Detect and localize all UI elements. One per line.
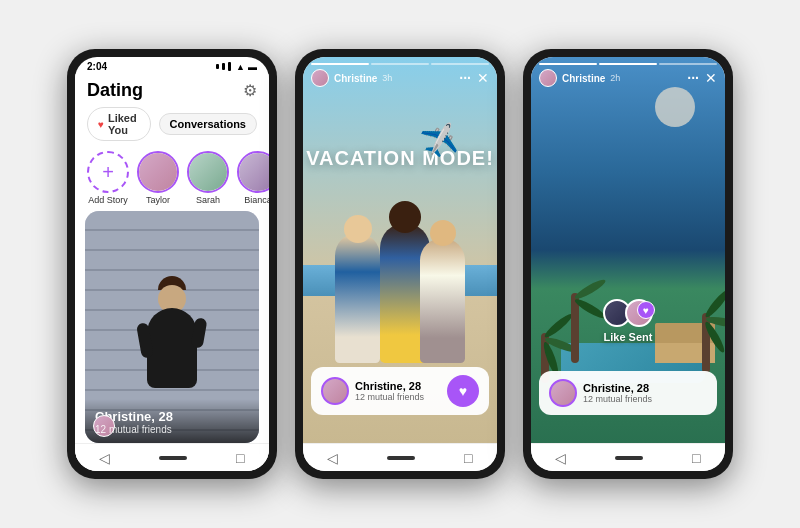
profile-name-resort: Christine, 28 [583, 382, 707, 394]
more-options-icon[interactable]: ··· [459, 70, 471, 86]
main-profile-card[interactable]: Christine, 28 12 mutual friends [85, 211, 259, 443]
story-user-row-resort: Christine 2h ··· ✕ [539, 69, 717, 87]
profile-info-resort: Christine, 28 12 mutual friends [583, 382, 707, 404]
progress-3 [431, 63, 489, 65]
story-top-bar-beach: Christine 3h ··· ✕ [303, 57, 497, 91]
time-display: 2:04 [87, 61, 107, 72]
story-add-label: Add Story [88, 195, 128, 205]
progress-seg-2 [599, 63, 657, 65]
story-avatar-resort [539, 69, 557, 87]
head-1 [344, 215, 372, 243]
heart-badge: ♥ [637, 301, 655, 319]
tabs-row: ♥ Liked You Conversations [75, 105, 269, 147]
story-add-item[interactable]: + Add Story [87, 151, 129, 205]
story-actions-resort: ··· ✕ [687, 70, 717, 86]
profile-mutual: 12 mutual friends [355, 392, 441, 402]
tab-conversations-label: Conversations [170, 118, 246, 130]
profile-info: Christine, 28 12 mutual friends [355, 380, 441, 402]
signal-icon-2 [222, 63, 225, 70]
story-circle-bianca [237, 151, 269, 193]
story-progress [311, 63, 489, 65]
progress-2 [371, 63, 429, 65]
story-actions: ··· ✕ [459, 70, 489, 86]
like-button[interactable]: ♥ [447, 375, 479, 407]
story-username-resort: Christine [562, 73, 605, 84]
palm-tree-3 [571, 298, 579, 363]
story-username: Christine [334, 73, 377, 84]
story-circle-taylor [137, 151, 179, 193]
tab-conversations[interactable]: Conversations [159, 113, 257, 135]
phone-story-resort: ♥ Like Sent Christine 2h [523, 49, 733, 479]
stories-row: + Add Story Taylor Sarah [75, 147, 269, 211]
story-taylor[interactable]: Taylor [137, 151, 179, 205]
status-icons: ▲ ▬ [216, 62, 257, 72]
home-indicator[interactable] [159, 456, 187, 460]
like-sent-avatars: ♥ [603, 292, 653, 327]
story-bottom-card-beach: Christine, 28 12 mutual friends ♥ [311, 367, 489, 415]
app-title: Dating [87, 80, 143, 101]
story-time: 3h [382, 73, 392, 83]
nav-bar-2: ◁ □ [303, 443, 497, 471]
story-bottom-card-resort: Christine, 28 12 mutual friends [539, 371, 717, 415]
story-add-circle: + [87, 151, 129, 193]
head-3 [430, 220, 456, 246]
progress-seg-1 [539, 63, 597, 65]
card-overlay: Christine, 28 12 mutual friends [85, 399, 259, 443]
settings-icon[interactable]: ⚙ [243, 81, 257, 100]
head-2 [389, 201, 421, 233]
dating-app: Dating ⚙ ♥ Liked You Conversations + [75, 74, 269, 471]
beach-people-group [330, 203, 470, 363]
person-1 [335, 233, 380, 363]
progress-1 [311, 63, 369, 65]
story-label-taylor: Taylor [146, 195, 170, 205]
story-sarah[interactable]: Sarah [187, 151, 229, 205]
tab-liked-you[interactable]: ♥ Liked You [87, 107, 151, 141]
palm-tree-2 [702, 318, 710, 373]
phone-story-beach: VACATION MODE! ✈️ Christine 3h ··· ✕ [295, 49, 505, 479]
profile-avatar-resort [549, 379, 577, 407]
story-label-bianca: Bianca [244, 195, 269, 205]
person-figure [147, 276, 197, 388]
story-time-resort: 2h [610, 73, 620, 83]
signal-icon [216, 64, 219, 69]
home-indicator-3[interactable] [615, 456, 643, 460]
story-label-sarah: Sarah [196, 195, 220, 205]
status-bar-1: 2:04 ▲ ▬ [75, 57, 269, 74]
close-icon[interactable]: ✕ [477, 70, 489, 86]
heart-icon-badge: ♥ [643, 305, 649, 316]
nav-bar-3: ◁ □ [531, 443, 725, 471]
back-button-3[interactable]: ◁ [555, 450, 566, 466]
profile-mutual-resort: 12 mutual friends [583, 394, 707, 404]
wifi-icon: ▲ [236, 62, 245, 72]
heart-icon: ♥ [98, 119, 104, 130]
back-button[interactable]: ◁ [99, 450, 110, 466]
more-options-icon-resort[interactable]: ··· [687, 70, 699, 86]
story-top-bar-resort: Christine 2h ··· ✕ [531, 57, 725, 91]
story-user-row: Christine 3h ··· ✕ [311, 69, 489, 87]
recipient-avatar: ♥ [625, 299, 653, 327]
recent-apps-button-2[interactable]: □ [464, 450, 472, 466]
app-header: Dating ⚙ [75, 74, 269, 105]
home-indicator-2[interactable] [387, 456, 415, 460]
moon [655, 87, 695, 127]
recent-apps-button-3[interactable]: □ [692, 450, 700, 466]
card-info: Christine, 28 12 mutual friends [95, 409, 249, 435]
recent-apps-button[interactable]: □ [236, 450, 244, 466]
profile-avatar [321, 377, 349, 405]
nav-bar-1: ◁ □ [75, 443, 269, 471]
signal-icon-3 [228, 62, 231, 71]
back-button-2[interactable]: ◁ [327, 450, 338, 466]
tab-liked-label: Liked You [108, 112, 140, 136]
progress-seg-3 [659, 63, 717, 65]
battery-icon: ▬ [248, 62, 257, 72]
close-icon-resort[interactable]: ✕ [705, 70, 717, 86]
story-screen-beach: VACATION MODE! ✈️ Christine 3h ··· ✕ [303, 57, 497, 443]
person-3 [420, 238, 465, 363]
story-avatar [311, 69, 329, 87]
like-sent-label: Like Sent [604, 331, 653, 343]
heart-icon: ♥ [459, 383, 467, 399]
leaf-4 [703, 288, 725, 320]
phone-dating: 2:04 ▲ ▬ Dating ⚙ ♥ Liked You Co [67, 49, 277, 479]
story-bianca[interactable]: Bianca [237, 151, 269, 205]
vacation-text: VACATION MODE! [303, 147, 497, 170]
